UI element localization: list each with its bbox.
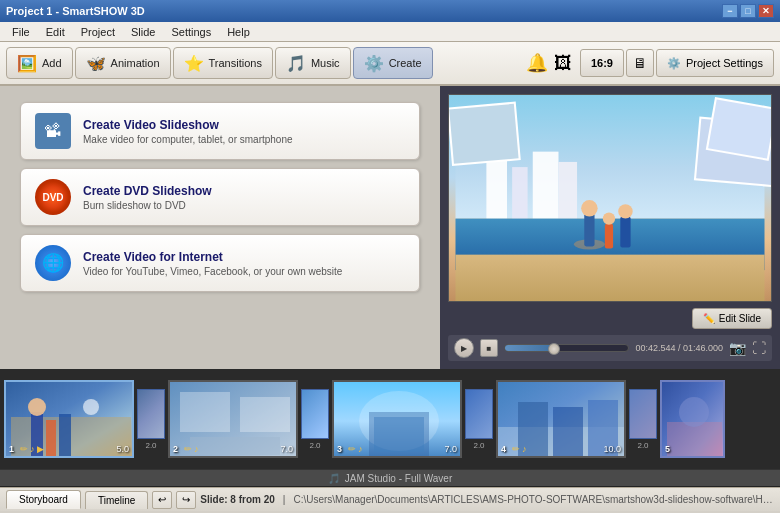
svg-rect-8: [584, 213, 594, 246]
create-dvd-title: Create DVD Slideshow: [83, 184, 212, 198]
create-internet-desc: Video for YouTube, Vimeo, Facebook, or y…: [83, 266, 342, 277]
fullscreen-icon[interactable]: ⛶: [752, 340, 766, 356]
project-settings-button[interactable]: ⚙️ Project Settings: [656, 49, 774, 77]
film-icons-1: ✏ ♪ ▶: [20, 444, 44, 454]
music-bar: 🎵 JAM Studio - Full Waver: [0, 469, 780, 487]
menu-file[interactable]: File: [4, 24, 38, 40]
slide-count: Slide: 8 from 20: [200, 494, 274, 505]
svg-rect-35: [553, 407, 583, 458]
note-icon-1: ♪: [30, 444, 35, 454]
edit-slide-button[interactable]: ✏️ Edit Slide: [692, 308, 772, 329]
camera-icon[interactable]: 📷: [729, 340, 746, 356]
create-internet-video-option[interactable]: 🌐 Create Video for Internet Video for Yo…: [20, 234, 420, 292]
create-video-slideshow-title: Create Video Slideshow: [83, 118, 293, 132]
trans-duration-4: 2.0: [637, 441, 648, 450]
trans-duration-1: 2.0: [145, 441, 156, 450]
redo-button[interactable]: ↪: [176, 491, 196, 509]
timeline-tab[interactable]: Timeline: [85, 491, 148, 509]
preview-scene: [449, 95, 771, 301]
film-duration-3: 7.0: [444, 444, 457, 454]
undo-button[interactable]: ↩: [152, 491, 172, 509]
trans-thumb-4[interactable]: [629, 389, 657, 439]
svg-rect-31: [374, 417, 424, 452]
menu-project[interactable]: Project: [73, 24, 123, 40]
progress-knob[interactable]: [548, 343, 560, 355]
transition-3-4: 2.0: [464, 380, 494, 458]
transitions-button[interactable]: ⭐ Transitions: [173, 47, 273, 79]
film-thumb-3[interactable]: 3 ✏ ♪ 7.0: [332, 380, 462, 458]
transitions-icon: ⭐: [184, 54, 204, 73]
music-button[interactable]: 🎵 Music: [275, 47, 351, 79]
time-display: 00:42.544 / 01:46.000: [635, 343, 723, 353]
stop-button[interactable]: ■: [480, 339, 498, 357]
title-bar: Project 1 - SmartSHOW 3D − □ ✕: [0, 0, 780, 22]
svg-point-21: [28, 398, 46, 416]
animation-icon: 🦋: [86, 54, 106, 73]
minimize-button[interactable]: −: [722, 4, 738, 18]
trans-thumb-2[interactable]: [301, 389, 329, 439]
film-thumb-5[interactable]: 5: [660, 380, 725, 458]
trans-duration-3: 2.0: [473, 441, 484, 450]
film-thumb-2[interactable]: 2 ✏ ♪ 7.0: [168, 380, 298, 458]
add-icon: 🖼️: [17, 54, 37, 73]
menu-settings[interactable]: Settings: [163, 24, 219, 40]
aspect-ratio-button[interactable]: 16:9: [580, 49, 624, 77]
create-internet-title: Create Video for Internet: [83, 250, 342, 264]
film-number-2: 2: [173, 444, 178, 454]
pencil-icon-1: ✏: [20, 444, 28, 454]
svg-rect-26: [240, 397, 290, 432]
menu-edit[interactable]: Edit: [38, 24, 73, 40]
video-slideshow-icon: 📽: [35, 113, 71, 149]
film-number-4: 4: [501, 444, 506, 454]
edit-slide-container: ✏️ Edit Slide: [448, 308, 772, 329]
svg-rect-25: [180, 392, 230, 432]
arrow-icon-1: ▶: [37, 444, 44, 454]
svg-rect-6: [456, 255, 765, 301]
music-label: JAM Studio - Full Waver: [345, 473, 452, 484]
close-button[interactable]: ✕: [758, 4, 774, 18]
trans-thumb-1[interactable]: [137, 389, 165, 439]
svg-point-39: [679, 397, 709, 427]
create-video-slideshow-option[interactable]: 📽 Create Video Slideshow Make video for …: [20, 102, 420, 160]
toolbar: 🖼️ Add 🦋 Animation ⭐ Transitions 🎵 Music…: [0, 42, 780, 86]
playback-bar: ▶ ■ 00:42.544 / 01:46.000 📷 ⛶: [448, 335, 772, 361]
film-duration-2: 7.0: [280, 444, 293, 454]
film-thumb-4[interactable]: 4 ✏ ♪ 10.0: [496, 380, 626, 458]
film-icons-4: ✏ ♪: [512, 444, 527, 454]
window-title: Project 1 - SmartSHOW 3D: [6, 5, 722, 17]
main-content: 📽 Create Video Slideshow Make video for …: [0, 86, 780, 369]
svg-rect-22: [46, 420, 56, 458]
play-button[interactable]: ▶: [454, 338, 474, 358]
photo-icon[interactable]: 🖼: [554, 53, 572, 74]
animation-button[interactable]: 🦋 Animation: [75, 47, 171, 79]
monitor-button[interactable]: 🖥: [626, 49, 654, 77]
music-icon: 🎵: [286, 54, 306, 73]
add-button[interactable]: 🖼️ Add: [6, 47, 73, 79]
menu-bar: File Edit Project Slide Settings Help: [0, 22, 780, 42]
progress-bar[interactable]: [504, 344, 629, 352]
create-dvd-slideshow-option[interactable]: DVD Create DVD Slideshow Burn slideshow …: [20, 168, 420, 226]
trans-thumb-3[interactable]: [465, 389, 493, 439]
menu-slide[interactable]: Slide: [123, 24, 163, 40]
create-button[interactable]: ⚙️ Create: [353, 47, 433, 79]
film-number-5: 5: [665, 444, 670, 454]
film-thumb-1[interactable]: 1 ✏ ♪ ▶ 5.0: [4, 380, 134, 458]
svg-point-13: [618, 204, 632, 218]
trans-duration-2: 2.0: [309, 441, 320, 450]
create-icon: ⚙️: [364, 54, 384, 73]
bell-icon[interactable]: 🔔: [526, 52, 548, 74]
window-controls: − □ ✕: [722, 4, 774, 18]
bottom-bar: Storyboard Timeline ↩ ↪ Slide: 8 from 20…: [0, 487, 780, 511]
pencil-icon-3: ✏: [348, 444, 356, 454]
pencil-icon: ✏️: [703, 313, 715, 324]
music-note-icon: 🎵: [328, 473, 340, 484]
svg-point-9: [581, 200, 597, 216]
status-path: C:\Users\Manager\Documents\ARTICLES\AMS-…: [293, 494, 774, 505]
create-dvd-desc: Burn slideshow to DVD: [83, 200, 212, 211]
storyboard-tab[interactable]: Storyboard: [6, 490, 81, 509]
maximize-button[interactable]: □: [740, 4, 756, 18]
note-icon-2: ♪: [194, 444, 199, 454]
thumb-image-5: [662, 382, 725, 458]
menu-help[interactable]: Help: [219, 24, 258, 40]
progress-fill: [505, 345, 554, 351]
